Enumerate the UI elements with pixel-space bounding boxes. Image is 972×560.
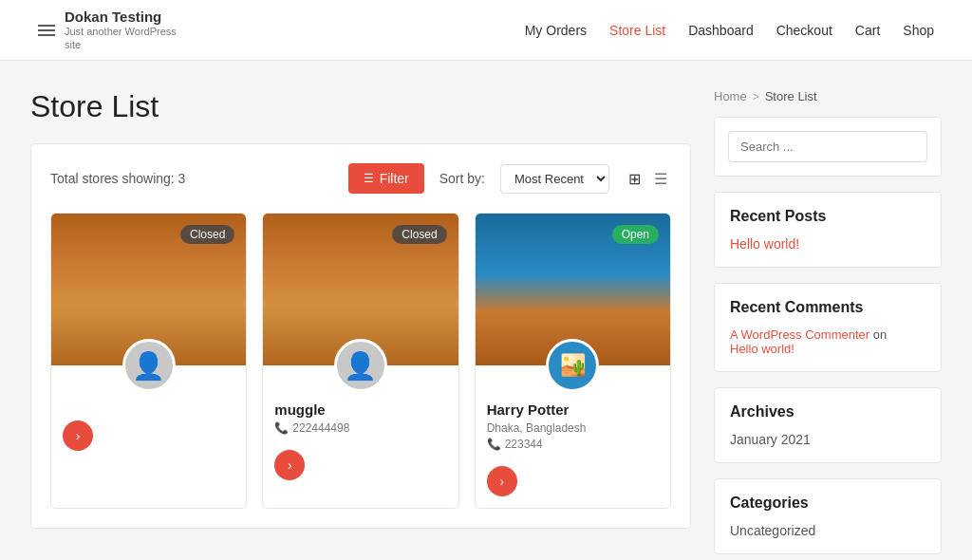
store-avatar: 🏜️ [546,339,599,392]
toolbar: Total stores showing: 3 ☰ Filter Sort by… [50,163,671,194]
nav-shop[interactable]: Shop [903,23,934,38]
recent-comments-widget: Recent Comments A WordPress Commenter on… [714,283,942,372]
store-location: Dhaka, Bangladesh [487,421,659,435]
phone-icon: 📞 [274,421,289,435]
brand-text: Dokan Testing Just another WordPress sit… [65,9,188,52]
store-grid: Closed 👤 › Closed [50,213,671,509]
store-card: Open 🏜️ Harry Potter Dhaka, Bangladesh 📞… [475,213,671,509]
page-title: Store List [30,89,691,124]
categories-title: Categories [730,495,925,512]
avatar-placeholder-icon: 👤 [132,350,165,382]
recent-comments-title: Recent Comments [730,299,925,316]
store-phone: 📞 222444498 [274,421,446,435]
store-arrow-button[interactable]: › [274,450,305,480]
store-footer: › [476,458,670,508]
breadcrumb-separator: > [753,90,759,103]
archives-title: Archives [730,403,925,420]
breadcrumb-home[interactable]: Home [714,89,747,103]
filter-label: Filter [380,171,409,186]
store-banner: Closed 👤 [263,214,458,365]
avatar-placeholder-icon: 👤 [344,350,377,382]
store-card: Closed 👤 › [50,213,247,509]
grid-view-icon[interactable]: ⊞ [625,166,645,192]
archive-item: January 2021 [730,432,925,447]
header: Dokan Testing Just another WordPress sit… [0,0,972,61]
recent-comment-item: A WordPress Commenter on Hello world! [730,327,925,356]
store-card: Closed 👤 muggle 📞 222444498 › [262,213,458,509]
main-nav: My Orders Store List Dashboard Checkout … [525,23,934,38]
search-widget [714,117,942,177]
store-footer: › [51,413,246,462]
store-status-badge: Closed [392,225,446,244]
category-item: Uncategorized [730,523,925,538]
nav-checkout[interactable]: Checkout [776,23,832,38]
total-stores-label: Total stores showing: 3 [50,171,185,186]
store-avatar: 👤 [334,339,387,392]
comment-author[interactable]: A WordPress Commenter [730,327,869,342]
archives-widget: Archives January 2021 [714,387,942,463]
search-input[interactable] [728,131,927,162]
hamburger-icon[interactable] [38,25,55,36]
store-banner: Open 🏜️ [476,214,670,365]
store-arrow-button[interactable]: › [487,466,517,496]
main-content: Store List Total stores showing: 3 ☰ Fil… [30,80,691,560]
recent-posts-title: Recent Posts [730,208,925,225]
store-banner: Closed 👤 [51,214,246,365]
view-toggle: ⊞ ☰ [625,166,671,192]
comment-post-link[interactable]: Hello world! [730,342,794,356]
category-link[interactable]: Uncategorized [730,523,815,538]
store-status-badge: Open [612,225,659,244]
store-avatar: 👤 [122,339,176,392]
phone-icon: 📞 [487,438,501,451]
store-name: muggle [274,401,446,418]
archive-link[interactable]: January 2021 [730,432,811,447]
store-phone: 📞 223344 [487,438,659,451]
nav-cart[interactable]: Cart [855,23,880,38]
categories-widget: Categories Uncategorized [714,478,942,554]
sort-select[interactable]: Most Recent [500,164,609,194]
sidebar: Home > Store List Recent Posts Hello wor… [714,80,942,560]
nav-dashboard[interactable]: Dashboard [688,23,754,38]
recent-post-link[interactable]: Hello world! [730,236,799,252]
avatar-arch-icon: 🏜️ [560,353,586,378]
page-wrapper: Store List Total stores showing: 3 ☰ Fil… [11,61,961,560]
recent-posts-widget: Recent Posts Hello world! [714,192,942,268]
breadcrumb: Home > Store List [714,89,942,103]
brand-name: Dokan Testing [65,9,188,25]
store-panel: Total stores showing: 3 ☰ Filter Sort by… [30,143,691,529]
filter-button[interactable]: ☰ Filter [348,163,424,194]
brand-tagline: Just another WordPress site [65,25,188,52]
comment-on: on [873,327,887,342]
store-status-badge: Closed [180,225,234,244]
breadcrumb-current: Store List [765,89,817,103]
store-footer: › [263,442,458,492]
store-arrow-button[interactable]: › [63,420,93,451]
recent-post-item: Hello world! [730,236,925,252]
nav-store-list[interactable]: Store List [609,23,665,38]
sortby-label: Sort by: [439,171,485,186]
filter-icon: ☰ [364,172,374,185]
brand: Dokan Testing Just another WordPress sit… [38,9,188,52]
nav-my-orders[interactable]: My Orders [525,23,587,38]
store-name: Harry Potter [487,401,659,418]
list-view-icon[interactable]: ☰ [650,166,671,192]
